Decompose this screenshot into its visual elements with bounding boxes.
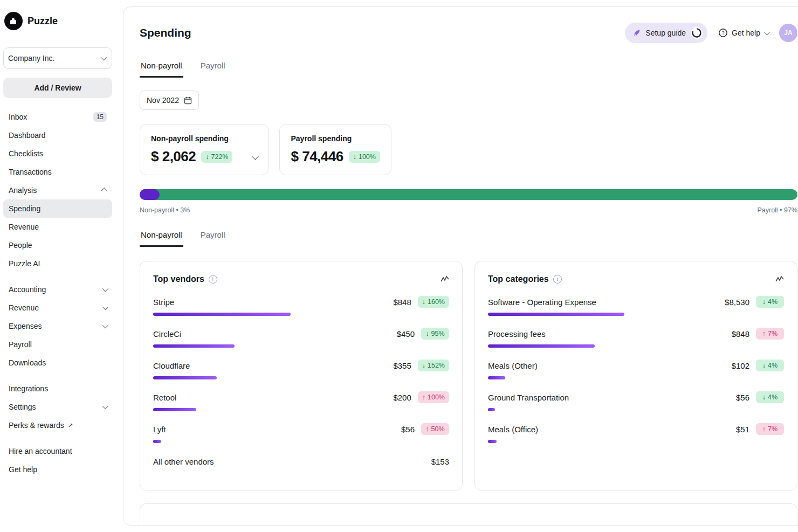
expand-chevron-icon[interactable] — [252, 152, 259, 160]
period-picker[interactable]: Nov 2022 — [140, 91, 199, 110]
sidebar-item-puzzle-ai[interactable]: Puzzle AI — [3, 254, 112, 273]
payroll-spending-card: Payroll spending $ 74,446 100% — [279, 124, 391, 175]
chevron-up-icon — [101, 188, 107, 194]
tab-payroll[interactable]: Payroll — [200, 61, 226, 78]
inbox-count-badge: 15 — [93, 112, 107, 122]
company-selector-value: Company Inc. — [8, 54, 54, 63]
sidebar-item-transactions[interactable]: Transactions — [3, 163, 112, 181]
sidebar-item-hire-accountant[interactable]: Hire an accountant — [3, 442, 112, 460]
sidebar-item-perks-rewards[interactable]: Perks & rewards↗ — [3, 416, 112, 434]
get-help-menu[interactable]: ? Get help — [718, 28, 768, 38]
sidebar-item-accounting[interactable]: Accounting — [3, 280, 112, 299]
stat-value: $ 2,062 — [151, 148, 196, 165]
vendor-bar — [153, 344, 235, 348]
svg-text:?: ? — [722, 30, 725, 36]
vendor-name: Retool — [153, 393, 176, 402]
vendor-amount: $355 — [387, 361, 411, 370]
category-row: Meals (Other) $102 4% — [488, 360, 784, 379]
calendar-icon — [184, 96, 192, 105]
help-icon: ? — [718, 28, 728, 38]
get-help-label: Get help — [732, 29, 760, 37]
payroll-split-bar — [140, 189, 797, 200]
delta-badge: 95% — [421, 328, 449, 340]
main-panel: Spending Setup guide ? Get help JA — [123, 6, 798, 526]
category-bar — [488, 440, 497, 443]
vendor-row: Lyft $56 50% — [153, 423, 449, 443]
external-link-icon: ↗ — [68, 422, 73, 429]
info-icon[interactable]: i — [209, 275, 217, 284]
top-categories-panel: Top categories i Software - Operating Ex… — [474, 261, 797, 490]
sidebar-item-checklists[interactable]: Checklists — [3, 144, 112, 163]
sidebar-item-revenue-analysis[interactable]: Revenue — [3, 218, 112, 236]
delta-badge: 100% — [349, 151, 380, 163]
sidebar-item-settings[interactable]: Settings — [3, 398, 112, 416]
puzzle-logo-icon — [4, 12, 23, 30]
vendor-bar — [153, 313, 291, 316]
category-amount: $8,530 — [725, 298, 749, 307]
sidebar-item-spending[interactable]: Spending — [3, 199, 112, 218]
vendor-bar — [153, 376, 217, 379]
vendor-bar — [153, 408, 196, 411]
sidebar-item-downloads[interactable]: Downloads — [3, 354, 112, 372]
category-row: Meals (Office) $51 7% — [488, 423, 784, 443]
sidebar-item-payroll[interactable]: Payroll — [3, 335, 112, 354]
delta-badge: 100% — [418, 391, 449, 403]
tab-non-payroll-breakdown[interactable]: Non-payroll — [140, 230, 183, 247]
setup-guide-button[interactable]: Setup guide — [625, 23, 707, 43]
category-name: Processing fees — [488, 329, 546, 338]
vendor-name: Lyft — [153, 425, 166, 434]
tab-payroll-breakdown[interactable]: Payroll — [200, 230, 226, 247]
non-payroll-segment — [140, 189, 160, 200]
category-name: Meals (Office) — [488, 425, 538, 434]
stat-label: Non-payroll spending — [151, 134, 257, 143]
category-bar — [488, 313, 624, 316]
chevron-down-icon — [102, 403, 108, 409]
vendor-row: Cloudflare $355 152% — [153, 360, 449, 379]
vendor-amount: $450 — [390, 329, 415, 338]
category-bar — [488, 376, 505, 379]
tab-non-payroll[interactable]: Non-payroll — [140, 61, 183, 78]
vendor-row: CircleCi $450 95% — [153, 328, 449, 348]
category-name: Ground Transportation — [488, 393, 569, 402]
vendor-name: Cloudflare — [153, 361, 190, 370]
stat-value: $ 74,446 — [291, 148, 343, 165]
sidebar-item-revenue-section[interactable]: Revenue — [3, 299, 112, 317]
category-name: Software - Operating Expense — [488, 298, 596, 307]
category-row: Processing fees $848 7% — [488, 328, 784, 348]
vendor-name: CircleCi — [153, 329, 182, 338]
all-other-vendors-amount: $153 — [431, 457, 449, 466]
chart-view-icon[interactable] — [775, 275, 784, 283]
sidebar-item-dashboard[interactable]: Dashboard — [3, 126, 112, 144]
sidebar-item-integrations[interactable]: Integrations — [3, 379, 112, 398]
chart-view-icon[interactable] — [441, 275, 449, 283]
avatar[interactable]: JA — [779, 24, 797, 42]
delta-badge: 7% — [756, 328, 784, 340]
delta-badge: 4% — [756, 360, 784, 371]
brand-name: Puzzle — [27, 16, 58, 27]
rocket-icon — [632, 29, 641, 37]
top-vendors-panel: Top vendors i Stripe $848 160% — [140, 261, 463, 490]
top-categories-title: Top categories — [488, 274, 549, 284]
company-selector[interactable]: Company Inc. — [3, 47, 112, 69]
sidebar-item-get-help[interactable]: Get help — [3, 460, 112, 479]
delta-badge: 722% — [201, 151, 232, 163]
stat-label: Payroll spending — [291, 134, 380, 143]
sidebar-item-expenses[interactable]: Expenses — [3, 317, 112, 335]
delta-badge: 152% — [418, 360, 449, 371]
chevron-down-icon — [764, 29, 770, 35]
vendor-row: Retool $200 100% — [153, 391, 449, 411]
sidebar-item-analysis[interactable]: Analysis — [3, 181, 112, 199]
sidebar-item-inbox[interactable]: Inbox 15 — [3, 108, 112, 126]
category-amount: $51 — [725, 425, 749, 434]
brand-logo-row: Puzzle — [4, 12, 112, 30]
info-icon[interactable]: i — [553, 275, 562, 284]
delta-badge: 50% — [421, 423, 449, 435]
vendor-amount: $56 — [390, 425, 415, 434]
category-bar — [488, 344, 595, 348]
page-header: Spending Setup guide ? Get help JA — [140, 22, 797, 44]
non-payroll-spending-card: Non-payroll spending $ 2,062 722% — [140, 124, 269, 175]
sidebar-item-people[interactable]: People — [3, 236, 112, 254]
sidebar: Puzzle Company Inc. Add / Review Inbox 1… — [0, 0, 116, 532]
add-review-button[interactable]: Add / Review — [3, 78, 112, 98]
breakdown-tabs: Non-payroll Payroll — [140, 230, 797, 247]
